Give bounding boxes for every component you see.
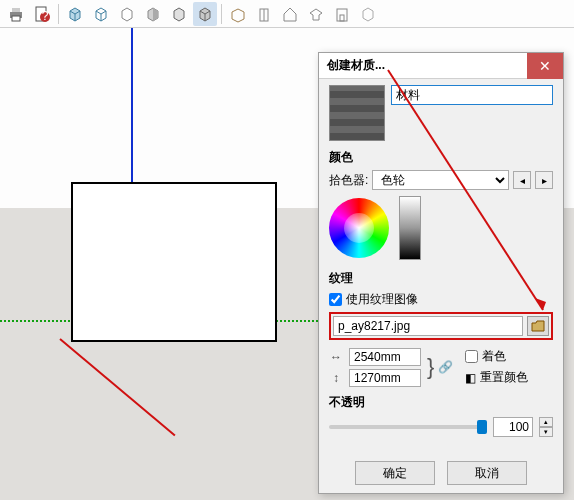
tool-box-icon[interactable] [226,2,250,26]
opacity-section-label: 不透明 [329,394,553,411]
svg-rect-2 [12,16,20,21]
axis-blue [131,28,133,188]
texture-file-input[interactable] [333,316,523,336]
texture-file-row [329,312,553,340]
svg-text:?: ? [42,9,49,23]
reset-color-icon[interactable]: ◧ [465,371,476,385]
opacity-down-button[interactable]: ▾ [539,427,553,437]
colorize-checkbox[interactable] [465,350,478,363]
width-icon: ↔ [329,350,343,364]
tool-misc-icon[interactable] [356,2,380,26]
tool-house-icon[interactable] [278,2,302,26]
link-brace: } [427,354,434,380]
texture-height-input[interactable] [349,369,421,387]
tool-wireframe-icon[interactable] [89,2,113,26]
browse-file-button[interactable] [527,316,549,336]
svg-rect-9 [340,15,344,21]
use-texture-label: 使用纹理图像 [346,291,418,308]
use-texture-checkbox[interactable] [329,293,342,306]
material-preview [329,85,385,141]
texture-width-input[interactable] [349,348,421,366]
tool-mono-icon[interactable] [167,2,191,26]
tool-printer-icon[interactable] [4,2,28,26]
height-icon: ↕ [329,371,343,385]
tool-building-icon[interactable] [252,2,276,26]
picker-fwd-button[interactable]: ▸ [535,171,553,189]
aspect-lock-icon[interactable]: 🔗 [438,360,453,374]
ok-button[interactable]: 确定 [355,461,435,485]
tool-flat-icon[interactable] [115,2,139,26]
picker-select[interactable]: 色轮 [372,170,509,190]
picker-label: 拾色器: [329,172,368,189]
opacity-slider[interactable] [329,425,487,429]
tool-cube-icon[interactable] [63,2,87,26]
reset-color-label: 重置颜色 [480,369,528,386]
tool-shaded-icon[interactable] [141,2,165,26]
model-face[interactable] [71,182,277,342]
close-button[interactable]: ✕ [527,53,563,79]
main-toolbar: ? [0,0,574,28]
opacity-input[interactable] [493,417,533,437]
color-section-label: 颜色 [329,149,553,166]
value-slider[interactable] [399,196,421,260]
tool-component-icon[interactable] [304,2,328,26]
tool-help-icon[interactable]: ? [30,2,54,26]
cancel-button[interactable]: 取消 [447,461,527,485]
tool-textured-icon[interactable] [193,2,217,26]
picker-back-button[interactable]: ◂ [513,171,531,189]
colorize-label: 着色 [482,348,506,365]
texture-section-label: 纹理 [329,270,553,287]
svg-rect-1 [12,8,20,12]
create-material-dialog: 创建材质... ✕ 颜色 拾色器: 色轮 ◂ ▸ 纹理 使用纹理图像 [318,52,564,494]
tool-door-icon[interactable] [330,2,354,26]
color-wheel[interactable] [329,198,389,258]
opacity-up-button[interactable]: ▴ [539,417,553,427]
material-name-input[interactable] [391,85,553,105]
